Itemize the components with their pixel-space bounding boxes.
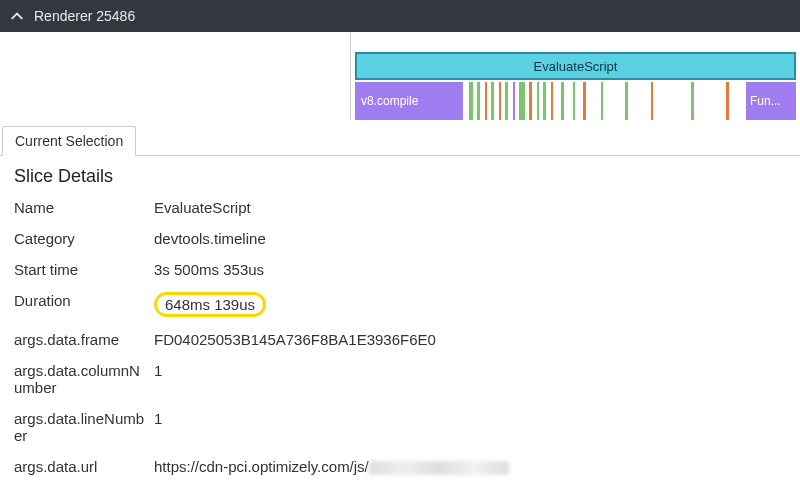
detail-value: 648ms 139us <box>154 292 266 317</box>
chevron-up-icon <box>10 9 24 23</box>
detail-key: args.data.frame <box>14 331 154 348</box>
slice-label: EvaluateScript <box>534 59 618 74</box>
detail-value: 1 <box>154 362 162 379</box>
detail-key: Name <box>14 199 154 216</box>
timeline-slice[interactable] <box>601 82 603 120</box>
timeline-slice[interactable] <box>485 82 487 120</box>
detail-key: Duration <box>14 292 154 309</box>
detail-row-category: Category devtools.timeline <box>14 230 786 247</box>
timeline-slice-evaluatescript[interactable]: EvaluateScript <box>355 52 796 80</box>
detail-row-line-number: args.data.lineNumber 1 <box>14 410 786 444</box>
detail-value: devtools.timeline <box>154 230 266 247</box>
timeline-slice[interactable] <box>551 82 553 120</box>
tab-current-selection[interactable]: Current Selection <box>2 126 136 156</box>
detail-row-start: Start time 3s 500ms 353us <box>14 261 786 278</box>
flame-chart[interactable]: EvaluateScript v8.compile Fun... <box>350 32 800 120</box>
details-heading: Slice Details <box>14 166 786 187</box>
timeline-slice[interactable] <box>537 82 539 120</box>
tab-bar: Current Selection <box>0 120 800 156</box>
tab-label: Current Selection <box>15 133 123 149</box>
timeline-slice[interactable] <box>499 82 501 120</box>
timeline-slice[interactable] <box>543 82 546 120</box>
detail-key: args.data.columnNumber <box>14 362 154 396</box>
highlight-annotation: 648ms 139us <box>154 292 266 317</box>
detail-key: args.data.url <box>14 458 154 475</box>
detail-value: FD04025053B145A736F8BA1E3936F6E0 <box>154 331 436 348</box>
timeline-slice[interactable] <box>573 82 575 120</box>
timeline-slice[interactable] <box>529 82 532 120</box>
detail-row-duration: Duration 648ms 139us <box>14 292 786 317</box>
timeline-slice[interactable] <box>691 82 694 120</box>
detail-row-frame: args.data.frame FD04025053B145A736F8BA1E… <box>14 331 786 348</box>
timeline-slice[interactable] <box>513 82 515 120</box>
process-title: Renderer 25486 <box>34 8 135 24</box>
detail-value: https://cdn-pci.optimizely.com/js/ <box>154 458 509 475</box>
timeline-slice[interactable] <box>583 82 586 120</box>
detail-row-name: Name EvaluateScript <box>14 199 786 216</box>
slice-label: v8.compile <box>361 94 418 108</box>
timeline-slice[interactable] <box>651 82 653 120</box>
timeline-slice[interactable] <box>491 82 494 120</box>
slice-label: Fun... <box>750 94 781 108</box>
detail-key: Start time <box>14 261 154 278</box>
timeline-slice[interactable] <box>726 82 729 120</box>
process-header[interactable]: Renderer 25486 <box>0 0 800 32</box>
timeline-slice[interactable] <box>505 82 508 120</box>
detail-key: Category <box>14 230 154 247</box>
timeline-slice[interactable] <box>469 82 473 120</box>
timeline-slice-v8compile[interactable]: v8.compile <box>355 82 463 120</box>
timeline-slice-function[interactable]: Fun... <box>746 82 796 120</box>
redacted-segment <box>369 461 509 475</box>
detail-value: 3s 500ms 353us <box>154 261 264 278</box>
slice-details-panel: Slice Details Name EvaluateScript Catego… <box>0 156 800 499</box>
detail-value: EvaluateScript <box>154 199 251 216</box>
timeline-row-2: v8.compile Fun... <box>351 82 800 120</box>
detail-row-url: args.data.url https://cdn-pci.optimizely… <box>14 458 786 475</box>
url-text: https://cdn-pci.optimizely.com/js/ <box>154 458 369 475</box>
timeline-slice[interactable] <box>625 82 628 120</box>
timeline-slice[interactable] <box>561 82 564 120</box>
detail-key: args.data.lineNumber <box>14 410 154 444</box>
detail-value: 1 <box>154 410 162 427</box>
detail-row-column-number: args.data.columnNumber 1 <box>14 362 786 396</box>
timeline-slice[interactable] <box>477 82 480 120</box>
timeline-slice[interactable] <box>519 82 525 120</box>
